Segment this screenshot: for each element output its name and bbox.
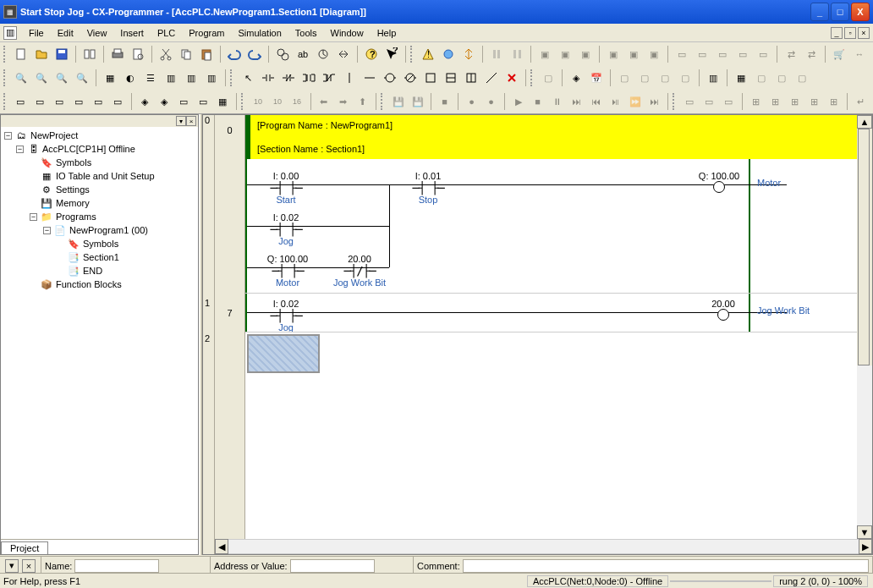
win1-button[interactable]: ▭ (12, 92, 30, 111)
menu-simulation[interactable]: Simulation (231, 26, 288, 40)
print-preview-button[interactable] (129, 45, 147, 63)
nav2-button[interactable]: ➡ (334, 92, 352, 111)
vertical-scrollbar[interactable]: ▲ ▼ (857, 115, 872, 539)
scroll-up-button[interactable]: ▲ (857, 115, 872, 129)
monitor2-button[interactable]: ▣ (624, 45, 643, 63)
nav3-button[interactable]: ⬆ (354, 92, 371, 111)
break-button[interactable] (508, 45, 526, 63)
row-b5-button[interactable]: ⊞ (766, 92, 784, 111)
scroll-right-button[interactable]: ▶ (859, 539, 872, 554)
horz-line-button[interactable] (360, 69, 379, 87)
end-button[interactable]: ⏭ (645, 92, 663, 111)
cart-button[interactable]: 🛒 (830, 45, 848, 63)
tool-a7-button[interactable]: ▢ (676, 69, 695, 87)
contact-nc-button[interactable] (279, 69, 298, 87)
entry-close-button[interactable]: × (22, 559, 36, 573)
rec2-button[interactable]: ● (482, 92, 500, 111)
stop-label[interactable]: Stop (403, 195, 453, 205)
tool-a12-button[interactable]: ▢ (793, 69, 811, 87)
menu-tools[interactable]: Tools (288, 26, 324, 40)
download-button[interactable]: ▣ (556, 45, 574, 63)
tool-a5-button[interactable]: ▢ (635, 69, 654, 87)
mdi-close-button[interactable]: × (858, 27, 870, 39)
win3-button[interactable]: ▭ (51, 92, 69, 111)
menu-program[interactable]: Program (182, 26, 231, 40)
name-input[interactable] (74, 559, 159, 573)
tree-settings[interactable]: Settings (56, 184, 90, 195)
contact-no-button[interactable] (259, 69, 277, 87)
menu-help[interactable]: Help (371, 26, 404, 40)
row-b4-button[interactable]: ⊞ (747, 92, 765, 111)
close-button[interactable]: X (851, 3, 870, 21)
warning-button[interactable]: ! (419, 45, 437, 63)
menu-window[interactable]: Window (324, 26, 371, 40)
zoom-fit-button[interactable]: 🔍 (52, 69, 71, 87)
goto-button[interactable] (314, 45, 332, 63)
paste-button[interactable] (197, 45, 216, 63)
save3-button[interactable]: 💾 (409, 92, 426, 111)
prog3-button[interactable]: ▭ (175, 92, 193, 111)
row-b1-button[interactable]: ▭ (681, 92, 699, 111)
redo-button[interactable] (245, 45, 264, 63)
view3-button[interactable]: ▥ (202, 69, 221, 87)
tree-prog-symbols[interactable]: Symbols (83, 239, 118, 249)
grid-button[interactable]: ▦ (101, 69, 119, 87)
ladder-area[interactable]: 0 1 2 0 7 [Program Name : NewProgram1] [… (203, 115, 872, 554)
tree-memory[interactable]: Memory (56, 198, 90, 208)
view1-button[interactable]: ▥ (162, 69, 180, 87)
prog2-button[interactable]: ◈ (156, 92, 173, 111)
monitor1-button[interactable]: ▣ (604, 45, 623, 63)
start-label[interactable]: Start (261, 195, 311, 205)
view2-button[interactable]: ▥ (182, 69, 200, 87)
row-b7-button[interactable]: ⊞ (805, 92, 823, 111)
tool-a10-button[interactable]: ▢ (752, 69, 771, 87)
win6-button[interactable]: ▭ (109, 92, 127, 111)
menu-edit[interactable]: Edit (51, 26, 80, 40)
row-b6-button[interactable]: ⊞ (786, 92, 804, 111)
tool-a9-button[interactable]: ▦ (732, 69, 750, 87)
undo-button[interactable] (225, 45, 244, 63)
net1-button[interactable]: ⇄ (782, 45, 800, 63)
slot3-button[interactable]: ▭ (713, 45, 732, 63)
slot4-button[interactable]: ▭ (733, 45, 752, 63)
pause-button[interactable] (487, 45, 506, 63)
row-b9-button[interactable]: ↵ (852, 92, 870, 111)
row-b2-button[interactable]: ▭ (700, 92, 718, 111)
vert-line-button[interactable] (340, 69, 359, 87)
save2-button[interactable]: 💾 (389, 92, 407, 111)
sidebar-dock-button[interactable]: ▾ (176, 116, 186, 126)
replace-button[interactable]: ab (294, 45, 312, 63)
menu-file[interactable]: File (22, 26, 51, 40)
rec-button[interactable]: ● (463, 92, 480, 111)
prog1-button[interactable]: ◈ (136, 92, 154, 111)
scroll-thumb[interactable] (858, 129, 870, 365)
menu-insert[interactable]: Insert (113, 26, 151, 40)
net2-button[interactable]: ⇄ (802, 45, 821, 63)
mdi-restore-button[interactable]: ▫ (844, 27, 856, 39)
cut-button[interactable] (156, 45, 175, 63)
sidebar-close-button[interactable]: × (186, 116, 196, 126)
tree-section1[interactable]: Section1 (83, 252, 119, 262)
tree-iotable[interactable]: IO Table and Unit Setup (56, 171, 155, 181)
jogwb-coil-label[interactable]: Jog Work Bit (757, 305, 833, 316)
row-b8-button[interactable]: ⊞ (825, 92, 843, 111)
ff-button[interactable]: ⏩ (626, 92, 644, 111)
project-tree[interactable]: −🗂NewProject −🎛AccPLC[CP1H] Offline 🔖Sym… (1, 127, 198, 539)
num16-button[interactable]: 16 (288, 92, 306, 111)
cross-ref-button[interactable] (334, 45, 353, 63)
slot2-button[interactable]: ▭ (693, 45, 711, 63)
win2-button[interactable]: ▭ (31, 92, 49, 111)
stop2-button[interactable]: ■ (529, 92, 546, 111)
coil-nc-button[interactable] (401, 69, 420, 87)
contact-or-button[interactable] (299, 69, 318, 87)
tool-a8-button[interactable]: ▥ (704, 69, 722, 87)
menu-view[interactable]: View (80, 26, 114, 40)
contact-ornc-button[interactable] (320, 69, 338, 87)
horizontal-scrollbar[interactable]: ◀ ▶ (215, 539, 872, 554)
comment-input[interactable] (463, 559, 869, 573)
jogwb-contact-label[interactable]: Jog Work Bit (326, 278, 393, 288)
address-input[interactable] (290, 559, 375, 573)
fb3-button[interactable] (462, 69, 480, 87)
win5-button[interactable]: ▭ (90, 92, 107, 111)
tree-programs[interactable]: Programs (56, 212, 96, 222)
